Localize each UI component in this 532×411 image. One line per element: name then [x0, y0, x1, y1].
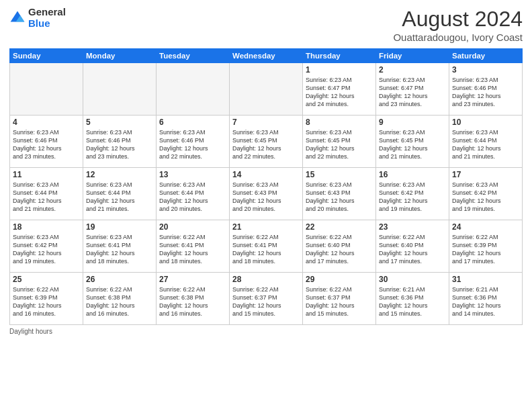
day-cell-19: 16Sunrise: 6:23 AMSunset: 6:42 PMDayligh… — [376, 168, 449, 220]
day-number: 2 — [379, 65, 446, 75]
day-cell-3 — [230, 63, 303, 116]
week-row-2: 11Sunrise: 6:23 AMSunset: 6:44 PMDayligh… — [10, 168, 523, 220]
day-cell-32: 29Sunrise: 6:22 AMSunset: 6:37 PMDayligh… — [303, 273, 376, 325]
day-info: Sunrise: 6:22 AMSunset: 6:38 PMDaylight:… — [86, 285, 153, 318]
day-number: 21 — [232, 222, 300, 232]
day-number: 13 — [159, 170, 226, 179]
day-cell-16: 13Sunrise: 6:23 AMSunset: 6:44 PMDayligh… — [157, 168, 230, 220]
day-info: Sunrise: 6:22 AMSunset: 6:40 PMDaylight:… — [306, 233, 373, 266]
day-cell-9: 6Sunrise: 6:23 AMSunset: 6:46 PMDaylight… — [157, 116, 230, 168]
day-info: Sunrise: 6:23 AMSunset: 6:46 PMDaylight:… — [159, 128, 226, 161]
page: General Blue August 2024 Ouattaradougou,… — [0, 0, 532, 411]
logo-general: General — [28, 7, 66, 18]
day-info: Sunrise: 6:23 AMSunset: 6:44 PMDaylight:… — [13, 181, 80, 214]
day-number: 9 — [379, 118, 446, 127]
day-number: 27 — [159, 275, 226, 284]
day-cell-20: 17Sunrise: 6:23 AMSunset: 6:42 PMDayligh… — [449, 168, 523, 220]
day-info: Sunrise: 6:23 AMSunset: 6:46 PMDaylight:… — [86, 128, 153, 161]
week-row-0: 1Sunrise: 6:23 AMSunset: 6:47 PMDaylight… — [10, 63, 523, 116]
day-cell-25: 22Sunrise: 6:22 AMSunset: 6:40 PMDayligh… — [303, 220, 376, 273]
day-cell-24: 21Sunrise: 6:22 AMSunset: 6:41 PMDayligh… — [230, 220, 303, 273]
day-cell-18: 15Sunrise: 6:23 AMSunset: 6:43 PMDayligh… — [303, 168, 376, 220]
col-saturday: Saturday — [449, 49, 523, 63]
day-number: 1 — [306, 65, 373, 75]
day-cell-29: 26Sunrise: 6:22 AMSunset: 6:38 PMDayligh… — [83, 273, 157, 325]
day-number: 16 — [379, 170, 446, 179]
daylight-label: Daylight hours — [9, 328, 523, 335]
day-cell-5: 2Sunrise: 6:23 AMSunset: 6:47 PMDaylight… — [376, 63, 449, 116]
day-number: 10 — [452, 118, 519, 127]
day-cell-26: 23Sunrise: 6:22 AMSunset: 6:40 PMDayligh… — [376, 220, 449, 273]
day-number: 30 — [379, 275, 446, 284]
day-cell-14: 11Sunrise: 6:23 AMSunset: 6:44 PMDayligh… — [10, 168, 83, 220]
day-cell-21: 18Sunrise: 6:23 AMSunset: 6:42 PMDayligh… — [10, 220, 83, 273]
day-cell-4: 1Sunrise: 6:23 AMSunset: 6:47 PMDaylight… — [303, 63, 376, 116]
day-cell-28: 25Sunrise: 6:22 AMSunset: 6:39 PMDayligh… — [10, 273, 83, 325]
day-info: Sunrise: 6:22 AMSunset: 6:38 PMDaylight:… — [159, 285, 226, 318]
logo-icon — [9, 10, 26, 26]
day-number: 22 — [306, 222, 373, 232]
day-info: Sunrise: 6:23 AMSunset: 6:47 PMDaylight:… — [306, 76, 373, 109]
day-cell-27: 24Sunrise: 6:22 AMSunset: 6:39 PMDayligh… — [449, 220, 523, 273]
header: General Blue August 2024 Ouattaradougou,… — [9, 7, 523, 43]
day-info: Sunrise: 6:23 AMSunset: 6:45 PMDaylight:… — [379, 128, 446, 161]
day-number: 3 — [452, 65, 519, 75]
calendar-body: 1Sunrise: 6:23 AMSunset: 6:47 PMDaylight… — [10, 63, 523, 325]
day-info: Sunrise: 6:23 AMSunset: 6:44 PMDaylight:… — [86, 181, 153, 214]
day-info: Sunrise: 6:22 AMSunset: 6:39 PMDaylight:… — [452, 233, 519, 266]
day-cell-15: 12Sunrise: 6:23 AMSunset: 6:44 PMDayligh… — [83, 168, 157, 220]
day-number: 28 — [232, 275, 300, 284]
title-block: August 2024 Ouattaradougou, Ivory Coast — [393, 7, 523, 43]
day-number: 18 — [13, 222, 80, 232]
week-row-4: 25Sunrise: 6:22 AMSunset: 6:39 PMDayligh… — [10, 273, 523, 325]
day-cell-34: 31Sunrise: 6:21 AMSunset: 6:36 PMDayligh… — [449, 273, 523, 325]
day-cell-0 — [10, 63, 83, 116]
day-number: 6 — [159, 118, 226, 127]
day-info: Sunrise: 6:23 AMSunset: 6:42 PMDaylight:… — [13, 233, 80, 266]
day-info: Sunrise: 6:23 AMSunset: 6:45 PMDaylight:… — [232, 128, 300, 161]
day-info: Sunrise: 6:21 AMSunset: 6:36 PMDaylight:… — [452, 285, 519, 318]
day-info: Sunrise: 6:22 AMSunset: 6:41 PMDaylight:… — [159, 233, 226, 266]
day-number: 25 — [13, 275, 80, 284]
day-number: 29 — [306, 275, 373, 284]
logo-text: General Blue — [28, 7, 66, 29]
day-number: 20 — [159, 222, 226, 232]
day-info: Sunrise: 6:23 AMSunset: 6:42 PMDaylight:… — [452, 181, 519, 214]
col-friday: Friday — [376, 49, 449, 63]
day-info: Sunrise: 6:22 AMSunset: 6:41 PMDaylight:… — [232, 233, 300, 266]
day-info: Sunrise: 6:23 AMSunset: 6:43 PMDaylight:… — [306, 181, 373, 214]
day-number: 11 — [13, 170, 80, 179]
calendar-table: Sunday Monday Tuesday Wednesday Thursday… — [9, 48, 523, 325]
day-cell-2 — [157, 63, 230, 116]
day-info: Sunrise: 6:23 AMSunset: 6:46 PMDaylight:… — [13, 128, 80, 161]
calendar-title: August 2024 — [393, 7, 523, 32]
day-number: 24 — [452, 222, 519, 232]
day-cell-22: 19Sunrise: 6:23 AMSunset: 6:41 PMDayligh… — [83, 220, 157, 273]
day-info: Sunrise: 6:23 AMSunset: 6:44 PMDaylight:… — [452, 128, 519, 161]
day-cell-33: 30Sunrise: 6:21 AMSunset: 6:36 PMDayligh… — [376, 273, 449, 325]
day-number: 7 — [232, 118, 300, 127]
week-row-3: 18Sunrise: 6:23 AMSunset: 6:42 PMDayligh… — [10, 220, 523, 273]
day-info: Sunrise: 6:23 AMSunset: 6:46 PMDaylight:… — [452, 76, 519, 109]
day-number: 23 — [379, 222, 446, 232]
day-cell-7: 4Sunrise: 6:23 AMSunset: 6:46 PMDaylight… — [10, 116, 83, 168]
logo-blue: Blue — [28, 18, 66, 30]
col-thursday: Thursday — [303, 49, 376, 63]
day-number: 17 — [452, 170, 519, 179]
day-number: 5 — [86, 118, 153, 127]
calendar-subtitle: Ouattaradougou, Ivory Coast — [393, 32, 523, 43]
day-cell-10: 7Sunrise: 6:23 AMSunset: 6:45 PMDaylight… — [230, 116, 303, 168]
day-number: 15 — [306, 170, 373, 179]
day-number: 14 — [232, 170, 300, 179]
day-info: Sunrise: 6:22 AMSunset: 6:37 PMDaylight:… — [306, 285, 373, 318]
day-info: Sunrise: 6:22 AMSunset: 6:40 PMDaylight:… — [379, 233, 446, 266]
day-cell-8: 5Sunrise: 6:23 AMSunset: 6:46 PMDaylight… — [83, 116, 157, 168]
day-info: Sunrise: 6:23 AMSunset: 6:41 PMDaylight:… — [86, 233, 153, 266]
col-monday: Monday — [83, 49, 157, 63]
header-row: Sunday Monday Tuesday Wednesday Thursday… — [10, 49, 523, 63]
day-info: Sunrise: 6:21 AMSunset: 6:36 PMDaylight:… — [379, 285, 446, 318]
day-info: Sunrise: 6:22 AMSunset: 6:39 PMDaylight:… — [13, 285, 80, 318]
day-cell-23: 20Sunrise: 6:22 AMSunset: 6:41 PMDayligh… — [157, 220, 230, 273]
day-info: Sunrise: 6:23 AMSunset: 6:44 PMDaylight:… — [159, 181, 226, 214]
day-cell-11: 8Sunrise: 6:23 AMSunset: 6:45 PMDaylight… — [303, 116, 376, 168]
